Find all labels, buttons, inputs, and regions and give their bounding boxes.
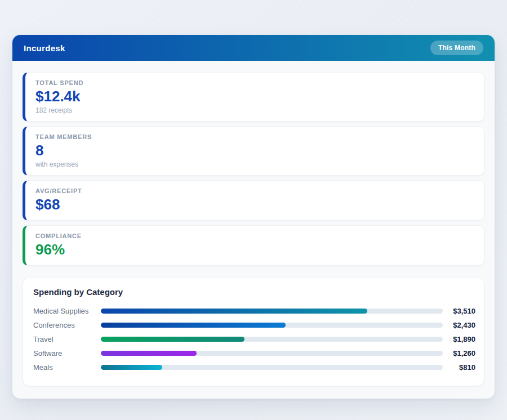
stat-value: 96% — [35, 240, 474, 258]
stat-value: $68 — [35, 195, 474, 213]
bar-fill — [101, 323, 286, 328]
category-value: $810 — [443, 363, 475, 372]
stats-list: TOTAL SPEND$12.4k182 receiptsTEAM MEMBER… — [23, 72, 484, 266]
stat-card-avg-receipt: AVG/RECEIPT$68 — [23, 180, 484, 221]
category-value: $1,260 — [443, 349, 475, 358]
panel-body: TOTAL SPEND$12.4k182 receiptsTEAM MEMBER… — [12, 61, 495, 399]
stat-label: TOTAL SPEND — [35, 79, 474, 86]
bar-track — [101, 365, 443, 370]
stat-value: 8 — [35, 141, 474, 159]
category-value: $2,430 — [443, 321, 475, 329]
bar-fill — [101, 337, 244, 342]
stat-card-team-members: TEAM MEMBERS8with expenses — [23, 126, 484, 176]
category-label: Travel — [33, 335, 101, 343]
bar-fill — [101, 365, 162, 370]
category-row-medical-supplies: Medical Supplies$3,510 — [33, 304, 475, 318]
stat-label: TEAM MEMBERS — [35, 133, 474, 140]
dashboard-panel: Incurdesk This Month TOTAL SPEND$12.4k18… — [12, 35, 495, 399]
bar-track — [101, 309, 443, 314]
category-row-travel: Travel$1,890 — [33, 332, 475, 346]
stat-card-compliance: COMPLIANCE96% — [23, 225, 484, 266]
category-row-meals: Meals$810 — [33, 360, 475, 374]
bar-fill — [101, 351, 197, 356]
stat-label: AVG/RECEIPT — [35, 187, 474, 194]
category-label: Conferences — [33, 321, 101, 329]
bar-fill — [101, 309, 367, 314]
category-row-software: Software$1,260 — [33, 346, 475, 360]
category-label: Software — [33, 349, 101, 358]
category-value: $3,510 — [443, 307, 475, 315]
bar-track — [101, 337, 443, 342]
stat-subtext: 182 receipts — [35, 106, 474, 114]
category-row-conferences: Conferences$2,430 — [33, 318, 475, 332]
category-label: Medical Supplies — [33, 307, 101, 315]
stat-label: COMPLIANCE — [35, 233, 474, 239]
bar-track — [101, 351, 443, 356]
stat-subtext: with expenses — [35, 160, 474, 168]
spending-by-category-card: Spending by Category Medical Supplies$3,… — [23, 277, 484, 386]
category-value: $1,890 — [443, 335, 475, 343]
category-chart-title: Spending by Category — [33, 287, 475, 297]
app-header: Incurdesk This Month — [12, 35, 495, 61]
stat-card-total-spend: TOTAL SPEND$12.4k182 receipts — [23, 72, 484, 122]
category-bar-chart: Medical Supplies$3,510Conferences$2,430T… — [33, 304, 475, 374]
stat-value: $12.4k — [35, 87, 474, 105]
period-badge[interactable]: This Month — [430, 41, 483, 55]
bar-track — [101, 323, 443, 328]
category-label: Meals — [33, 363, 101, 372]
app-title: Incurdesk — [24, 43, 65, 53]
